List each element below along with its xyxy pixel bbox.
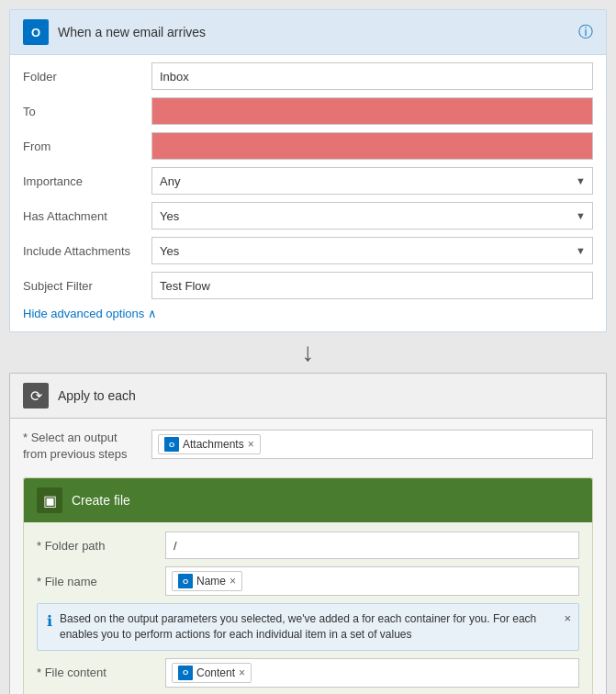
apply-icon-symbol: ⟳ [30,387,42,405]
include-attachments-label: Include Attachments [23,244,151,258]
importance-select[interactable]: Any High Normal Low [151,167,593,195]
content-token: O Content × [172,663,252,683]
content-token-label: Content [196,666,235,679]
include-attachments-select-wrapper: Yes No ▼ [151,237,593,264]
info-banner-close-icon[interactable]: × [564,611,571,625]
trigger-title: When a new email arrives [58,25,569,39]
folder-input[interactable] [151,62,593,90]
create-file-card: ▣ Create file * Folder path * File name [23,477,593,694]
has-attachment-select[interactable]: Yes No [151,202,593,229]
folder-path-row: * Folder path [37,532,579,559]
name-token-icon: O [178,574,193,588]
apply-to-each-body: * Select an outputfrom previous steps O … [10,419,606,694]
select-output-label: * Select an outputfrom previous steps [23,430,151,463]
folder-path-label: * Folder path [37,539,165,553]
has-attachment-select-wrapper: Yes No ▼ [151,202,593,229]
importance-row: Importance Any High Normal Low ▼ [23,167,593,195]
create-file-header: ▣ Create file [24,478,592,522]
name-token-close[interactable]: × [230,576,236,587]
create-file-body: * Folder path * File name O Name [24,522,592,694]
trigger-card: O When a new email arrives ⓘ Folder To F… [9,9,607,332]
file-icon-symbol: ▣ [43,492,57,509]
content-token-icon: O [178,666,193,680]
to-row: To [23,97,593,125]
select-output-row: * Select an outputfrom previous steps O … [23,430,593,463]
subject-filter-label: Subject Filter [23,279,151,293]
hide-advanced-label: Hide advanced options [23,307,144,320]
file-content-label: * File content [37,666,165,679]
name-token: O Name × [172,571,242,591]
connector: ↓ [9,332,607,373]
create-file-icon: ▣ [37,487,62,513]
attachments-token-label: Attachments [183,438,244,451]
subject-filter-input[interactable] [151,272,593,299]
info-banner-icon: ℹ [47,612,52,630]
from-input[interactable] [151,132,593,160]
importance-select-wrapper: Any High Normal Low ▼ [151,167,593,195]
include-attachments-row: Include Attachments Yes No ▼ [23,237,593,264]
outlook-icon: O [23,19,49,45]
apply-to-each-title: Apply to each [58,388,136,403]
create-file-title: Create file [72,493,130,508]
file-name-label: * File name [37,575,165,588]
content-token-close[interactable]: × [239,667,245,678]
file-name-token-input[interactable]: O Name × [165,566,579,596]
name-token-label: Name [196,575,226,588]
has-attachment-label: Has Attachment [23,209,151,223]
folder-label: Folder [23,70,151,84]
trigger-header: O When a new email arrives ⓘ [10,10,606,55]
file-content-row: * File content O Content × [37,658,579,688]
importance-label: Importance [23,174,151,188]
hide-advanced-options[interactable]: Hide advanced options ∧ [23,307,593,320]
folder-path-input[interactable] [165,532,579,559]
from-label: From [23,140,151,153]
to-label: To [23,105,151,118]
folder-row: Folder [23,62,593,90]
file-name-row: * File name O Name × [37,566,579,596]
has-attachment-row: Has Attachment Yes No ▼ [23,202,593,229]
page-container: O When a new email arrives ⓘ Folder To F… [0,0,616,694]
attachments-token: O Attachments × [158,434,261,454]
subject-filter-row: Subject Filter [23,272,593,299]
trigger-form-body: Folder To From Importance Any High [10,55,606,331]
info-banner: ℹ Based on the output parameters you sel… [37,603,579,651]
attachments-token-icon: O [164,437,179,452]
attachments-token-close[interactable]: × [248,439,254,450]
include-attachments-select[interactable]: Yes No [151,237,593,264]
to-input[interactable] [151,97,593,125]
chevron-up-icon: ∧ [148,307,157,320]
from-row: From [23,132,593,160]
arrow-down-icon: ↓ [302,340,315,365]
info-banner-text: Based on the output parameters you selec… [60,611,569,643]
apply-to-each-icon: ⟳ [23,383,49,409]
apply-to-each-card: ⟳ Apply to each * Select an outputfrom p… [9,373,607,694]
info-icon[interactable]: ⓘ [578,23,593,42]
file-content-token-input[interactable]: O Content × [165,658,579,688]
output-token-input[interactable]: O Attachments × [151,430,593,459]
apply-to-each-header: ⟳ Apply to each [10,374,606,419]
